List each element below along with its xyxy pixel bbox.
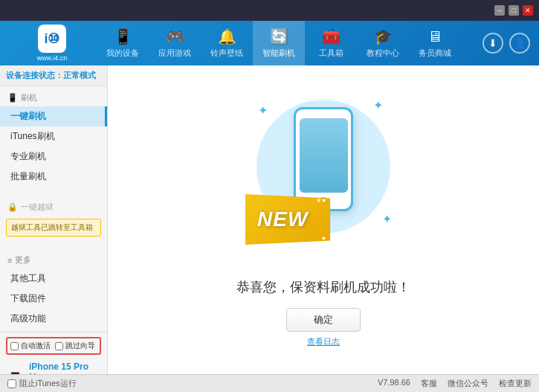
sidebar-item-itunes-flash[interactable]: iTunes刷机 [0, 126, 107, 147]
sidebar: 设备连接状态：正常模式 📱 刷机 一键刷机 iTunes刷机 专业刷机 批量刷机 [0, 65, 108, 374]
footer: 阻止iTunes运行 V7.98.66 客服 微信公众号 检查更新 [0, 374, 539, 392]
skip-guide-label: 跳过向导 [65, 341, 95, 351]
flash-section-label: 刷机 [21, 92, 37, 103]
nav-tab-ringtone-label: 铃声壁纸 [210, 48, 243, 59]
sidebar-status: 设备连接状态：正常模式 [0, 65, 107, 86]
device-info: 📱 iPhone 15 Pro Max 512GB iPhone [6, 359, 101, 374]
auto-activate-checkbox[interactable]: 自动激活 [10, 341, 51, 351]
nav-tab-tutorial[interactable]: 🎓 教程中心 [357, 21, 409, 65]
itunes-checkbox[interactable] [7, 379, 16, 388]
content-area: ✦ ✦ ✦ NEW ★★ ★ 恭喜您，保资料刷机成功啦！ 确定 查看日志 [108, 65, 539, 374]
sparkle-icon-2: ✦ [373, 98, 383, 112]
sidebar-item-download-firmware[interactable]: 下载固件 [0, 289, 107, 309]
jailbreak-warning: 越狱工具已跳转至工具箱 [6, 219, 101, 237]
device-name: iPhone 15 Pro Max [29, 362, 101, 374]
close-button[interactable]: ✕ [523, 5, 533, 16]
status-value: 正常模式 [63, 71, 96, 80]
itunes-flash-label: iTunes刷机 [10, 130, 55, 143]
more-icon: ≡ [7, 256, 12, 265]
sparkle-icon-1: ✦ [258, 103, 268, 118]
one-key-flash-label: 一键刷机 [10, 110, 46, 123]
nav-tab-tutorial-label: 教程中心 [367, 48, 399, 59]
sidebar-item-one-key-flash[interactable]: 一键刷机 [0, 106, 107, 126]
minimize-button[interactable]: ─ [494, 5, 505, 16]
nav-tab-service[interactable]: 🖥 务员商城 [409, 21, 461, 65]
toolbox-icon: 🧰 [322, 28, 340, 45]
confirm-button[interactable]: 确定 [286, 308, 361, 332]
section-header-more: ≡ 更多 [0, 251, 107, 269]
customer-service-link[interactable]: 客服 [421, 378, 437, 389]
sidebar-section-more: ≡ 更多 其他工具 下载固件 高级功能 [0, 248, 107, 332]
service-icon: 🖥 [427, 28, 442, 45]
tutorial-icon: 🎓 [374, 28, 393, 45]
logo-area: i⑩ www.i4.cn [0, 25, 97, 62]
nav-tab-apps-games[interactable]: 🎮 应用游戏 [149, 21, 201, 65]
sidebar-section-jailbreak: 🔒 一键越狱 越狱工具已跳转至工具箱 [0, 196, 107, 242]
pro-flash-label: 专业刷机 [10, 150, 46, 163]
view-log-link[interactable]: 查看日志 [307, 336, 340, 347]
my-device-icon: 📱 [114, 28, 132, 45]
header-right: ⬇ 👤 [482, 33, 539, 54]
nav-tab-my-device[interactable]: 📱 我的设备 [97, 21, 149, 65]
download-button[interactable]: ⬇ [482, 33, 503, 54]
device-checkboxes: 自动激活 跳过向导 [6, 337, 101, 355]
auto-activate-label: 自动激活 [21, 341, 51, 351]
success-message: 恭喜您，保资料刷机成功啦！ [236, 278, 410, 296]
flash-section-icon: 📱 [7, 93, 18, 103]
phone-illustration: ✦ ✦ ✦ NEW ★★ ★ [249, 92, 398, 263]
apps-games-icon: 🎮 [166, 28, 184, 45]
logo-icon: i⑩ [38, 25, 66, 53]
phone-screen [300, 118, 348, 193]
status-prefix: 设备连接状态： [6, 71, 63, 80]
batch-flash-label: 批量刷机 [10, 170, 46, 183]
ribbon-stars: ★★ [316, 197, 326, 204]
lock-icon: 🔒 [7, 202, 18, 212]
ribbon-text: NEW [257, 208, 308, 231]
footer-right: V7.98.66 客服 微信公众号 检查更新 [378, 378, 532, 389]
window-titlebar: ─ □ ✕ [0, 0, 539, 21]
more-section-label: 更多 [15, 254, 31, 266]
nav-tab-ringtone[interactable]: 🔔 铃声壁纸 [201, 21, 253, 65]
header: i⑩ www.i4.cn 📱 我的设备 🎮 应用游戏 🔔 铃声壁纸 🔄 智能刷机… [0, 21, 539, 65]
itunes-label: 阻止iTunes运行 [19, 378, 77, 389]
ringtone-icon: 🔔 [218, 28, 236, 45]
wechat-link[interactable]: 微信公众号 [448, 378, 488, 389]
user-button[interactable]: 👤 [509, 33, 530, 54]
nav-tabs: 📱 我的设备 🎮 应用游戏 🔔 铃声壁纸 🔄 智能刷机 🧰 工具箱 🎓 教程中心 [97, 21, 482, 65]
sidebar-item-pro-flash[interactable]: 专业刷机 [0, 147, 107, 167]
phone-body [294, 107, 353, 211]
main-layout: 设备连接状态：正常模式 📱 刷机 一键刷机 iTunes刷机 专业刷机 批量刷机 [0, 65, 539, 374]
auto-activate-input[interactable] [10, 342, 19, 350]
nav-tab-toolbox[interactable]: 🧰 工具箱 [305, 21, 357, 65]
nav-tab-apps-games-label: 应用游戏 [158, 48, 191, 59]
ribbon-stars-2: ★ [321, 235, 326, 242]
sidebar-item-other-tools[interactable]: 其他工具 [0, 269, 107, 289]
sparkle-icon-3: ✦ [382, 212, 392, 226]
skip-guide-input[interactable] [55, 342, 63, 350]
section-header-flash: 📱 刷机 [0, 89, 107, 106]
check-update-link[interactable]: 检查更新 [499, 378, 532, 389]
jailbreak-section-label: 一键越狱 [21, 202, 54, 213]
smart-flash-icon: 🔄 [270, 28, 288, 45]
sidebar-item-advanced[interactable]: 高级功能 [0, 309, 107, 329]
sidebar-section-flash: 📱 刷机 一键刷机 iTunes刷机 专业刷机 批量刷机 [0, 86, 107, 190]
section-header-jailbreak: 🔒 一键越狱 [0, 199, 107, 216]
nav-tab-my-device-label: 我的设备 [106, 48, 139, 59]
nav-tab-toolbox-label: 工具箱 [319, 48, 343, 59]
nav-tab-smart-flash-label: 智能刷机 [262, 48, 295, 59]
sidebar-device: 自动激活 跳过向导 📱 iPhone 15 Pro Max 512GB iPho… [0, 332, 107, 374]
logo-text: www.i4.cn [37, 54, 68, 62]
maximize-button[interactable]: □ [509, 5, 519, 16]
new-ribbon: NEW ★★ ★ [245, 194, 330, 245]
footer-left: 阻止iTunes运行 [7, 378, 77, 389]
version-label: V7.98.66 [378, 378, 410, 389]
device-phone-icon: 📱 [6, 371, 25, 374]
skip-guide-checkbox[interactable]: 跳过向导 [55, 341, 95, 351]
nav-tab-service-label: 务员商城 [419, 48, 451, 59]
nav-tab-smart-flash[interactable]: 🔄 智能刷机 [253, 21, 305, 65]
device-text-area: iPhone 15 Pro Max 512GB iPhone [29, 362, 101, 374]
sidebar-item-batch-flash[interactable]: 批量刷机 [0, 167, 107, 187]
